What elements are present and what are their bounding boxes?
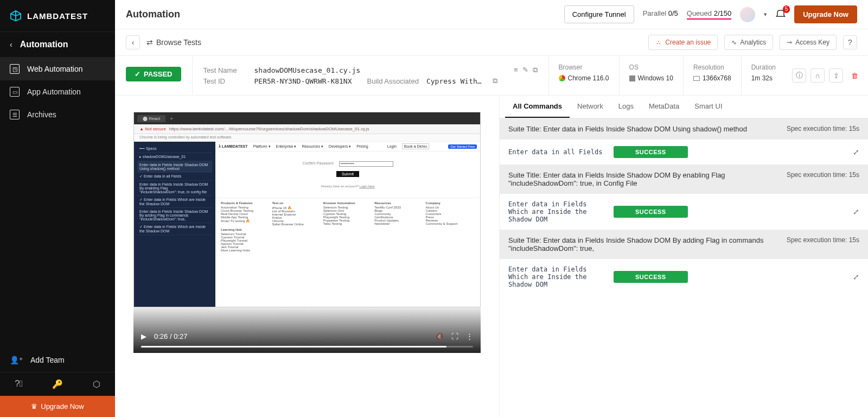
- help-icon[interactable]: ?⃝: [15, 379, 23, 389]
- test-meta-row: ✓ PASSED Test Name shadowDOMUsecase_01.c…: [115, 56, 868, 96]
- test-name: shadowDOMUsecase_01.cy.js: [254, 66, 361, 74]
- crown-icon: ♛: [31, 402, 37, 410]
- usage-stats: Parallel 0/5 Queued 2/150: [643, 9, 732, 20]
- logo-icon: [10, 10, 22, 22]
- main: Automation Configure Tunnel Parallel 0/5…: [115, 0, 868, 417]
- sidebar-item-web-automation[interactable]: ◳ Web Automation: [0, 58, 115, 80]
- browse-tests-button[interactable]: ⇄ Browse Tests: [146, 38, 201, 47]
- access-key-button[interactable]: ⊸Access Key: [780, 35, 837, 50]
- test-screenshot: ⬤ React+ ▲ Not secure https://www.lambda…: [133, 112, 481, 307]
- sidebar: LAMBDATEST ‹ Automation ◳ Web Automation…: [0, 0, 115, 417]
- add-team-label: Add Team: [30, 356, 65, 364]
- status-badge: SUCCESS: [614, 271, 688, 283]
- toolbar: ‹ ⇄ Browse Tests ⛬Create an issue ∿Analy…: [115, 29, 868, 56]
- test-row[interactable]: ✓ Enter data in Fields Which are Inside …: [500, 194, 868, 230]
- key-icon: ⊸: [787, 39, 792, 46]
- add-team-button[interactable]: 👤⁺ Add Team: [0, 348, 115, 372]
- upgrade-button[interactable]: Upgrade Now: [794, 5, 857, 23]
- environment-block: Browser Chrome 116.0 OS Windows 10 Resol…: [548, 56, 786, 95]
- copy-icon[interactable]: ⧉: [533, 66, 538, 74]
- notif-badge: 5: [783, 5, 790, 13]
- chrome-icon: [559, 75, 565, 81]
- annotation-check-icon: ✓: [499, 142, 500, 157]
- logo[interactable]: LAMBDATEST: [0, 0, 115, 31]
- windows-icon: [629, 75, 635, 81]
- tag-icon[interactable]: ∩: [810, 68, 825, 83]
- expand-icon[interactable]: ⤢: [853, 148, 859, 156]
- sidebar-item-label: App Automation: [27, 87, 81, 96]
- command-tabs: All Commands Network Logs MetaData Smart…: [500, 96, 868, 118]
- avatar[interactable]: [740, 7, 755, 22]
- notifications-icon[interactable]: 5: [776, 9, 786, 20]
- add-user-icon: 👤⁺: [10, 356, 23, 364]
- chevron-down-icon[interactable]: ▾: [764, 11, 767, 18]
- expand-icon[interactable]: ⤢: [853, 207, 859, 216]
- sidebar-item-label: Web Automation: [27, 65, 82, 73]
- sidebar-item-label: Archives: [27, 110, 56, 119]
- annotation-check-icon: ✓: [499, 196, 500, 211]
- sidebar-title: Automation: [20, 40, 68, 49]
- status-badge: ✓ PASSED: [126, 67, 181, 81]
- tab-logs[interactable]: Logs: [611, 96, 641, 118]
- play-icon[interactable]: ▶: [141, 332, 146, 340]
- create-issue-button[interactable]: ⛬Create an issue: [648, 35, 718, 50]
- video-controls: ▶ 0:26 / 0:27 🔇 ⛶ ⋮: [133, 307, 481, 353]
- app-icon: ▭: [10, 87, 20, 97]
- back-button[interactable]: ‹: [126, 35, 140, 49]
- tab-network[interactable]: Network: [570, 96, 611, 118]
- meta-actions: ⓘ ∩ ⇪ 🗑: [786, 56, 868, 95]
- chart-icon: ∿: [731, 39, 737, 46]
- tab-smart-ui[interactable]: Smart UI: [687, 96, 730, 118]
- help-button[interactable]: ?: [843, 35, 857, 49]
- page-title: Automation: [126, 9, 556, 20]
- upgrade-label: Upgrade Now: [41, 402, 84, 410]
- test-identity: Test Name shadowDOMUsecase_01.cy.js ≡ ✎ …: [192, 56, 548, 95]
- archive-icon: ☰: [10, 110, 20, 119]
- commands-panel: All Commands Network Logs MetaData Smart…: [499, 96, 868, 417]
- suite-header: Suite Title: Enter data in Fields Inside…: [500, 118, 868, 140]
- sidebar-header[interactable]: ‹ Automation: [0, 31, 115, 58]
- key-icon[interactable]: 🔑: [52, 379, 63, 389]
- tab-all-commands[interactable]: All Commands: [505, 96, 570, 118]
- logo-text: LAMBDATEST: [27, 11, 88, 21]
- status-badge: SUCCESS: [614, 146, 688, 158]
- sidebar-item-app-automation[interactable]: ▭ App Automation: [0, 80, 115, 103]
- video-progress[interactable]: [141, 346, 473, 348]
- tab-metadata[interactable]: MetaData: [641, 96, 687, 118]
- configure-tunnel-button[interactable]: Configure Tunnel: [564, 5, 634, 23]
- sidebar-nav: ◳ Web Automation ▭ App Automation ☰ Arch…: [0, 58, 115, 348]
- build-associated: Cypress With…: [426, 77, 482, 85]
- mute-icon[interactable]: 🔇: [435, 332, 444, 340]
- test-row[interactable]: ✓ Enter data in all Fields SUCCESS ⤢: [500, 140, 868, 165]
- delete-icon[interactable]: 🗑: [847, 68, 861, 83]
- test-id: PER5R-NY3ND-QWRWR-K81NX: [254, 77, 352, 85]
- info-icon[interactable]: ⓘ: [792, 68, 806, 83]
- settings-icon[interactable]: ⬡: [93, 379, 100, 389]
- topbar: Automation Configure Tunnel Parallel 0/5…: [115, 0, 868, 29]
- copy-icon[interactable]: ⧉: [493, 77, 497, 85]
- monitor-icon: [693, 76, 700, 81]
- suite-header: Suite Title: Enter data in Fields Inside…: [500, 230, 868, 259]
- test-row[interactable]: ✓ Enter data in Fields Which are Inside …: [500, 259, 868, 295]
- sidebar-upgrade-button[interactable]: ♛ Upgrade Now: [0, 396, 115, 417]
- edit-icon[interactable]: ✎: [522, 66, 528, 74]
- expand-icon[interactable]: ⤢: [853, 273, 859, 281]
- fullscreen-icon[interactable]: ⛶: [451, 332, 458, 340]
- annotation-check-icon: ✓: [499, 261, 500, 276]
- sidebar-footer-icons: ?⃝ 🔑 ⬡: [0, 372, 115, 396]
- filter-icon[interactable]: ≡: [514, 66, 518, 74]
- suite-header: Suite Title: Enter data in Fields Inside…: [500, 165, 868, 194]
- share-icon[interactable]: ⇪: [829, 68, 843, 83]
- more-icon[interactable]: ⋮: [466, 332, 473, 340]
- preview-panel: ✓ ⬤ React+ ▲ Not secure https://www.lamb…: [115, 96, 499, 417]
- globe-icon: ◳: [10, 64, 20, 74]
- sidebar-item-archives[interactable]: ☰ Archives: [0, 103, 115, 126]
- bug-icon: ⛬: [655, 39, 662, 46]
- status-badge: SUCCESS: [614, 206, 688, 218]
- video-time: 0:26 / 0:27: [154, 332, 187, 340]
- analytics-button[interactable]: ∿Analytics: [724, 35, 773, 50]
- content: ✓ ⬤ React+ ▲ Not secure https://www.lamb…: [115, 96, 868, 417]
- list-icon: ⇄: [146, 38, 153, 47]
- back-chevron-icon: ‹: [10, 40, 12, 49]
